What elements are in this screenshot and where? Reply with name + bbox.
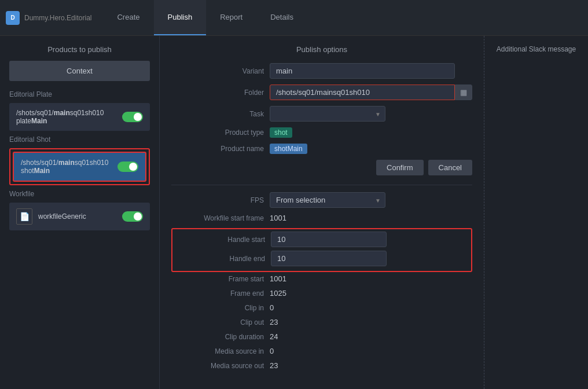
frame-end-row: Frame end 1025 [171, 289, 472, 298]
workfile-start-row: Workfile start frame 1001 [171, 214, 472, 222]
media-source-out-label: Media source out [171, 362, 264, 370]
product-type-badge: shot [270, 127, 292, 138]
media-source-out-row: Media source out 23 [171, 361, 472, 370]
product-type-label: Product type [171, 129, 264, 137]
file-icon: 📄 [16, 208, 32, 225]
handle-start-label: Handle start [172, 236, 265, 244]
app-title: Dummy.Hero.Editorial [24, 14, 91, 22]
frame-start-row: Frame start 1001 [171, 274, 472, 283]
handle-end-row: Handle end [172, 251, 471, 266]
main-content: Products to publish Context Editorial Pl… [0, 36, 588, 389]
left-panel-title: Products to publish [9, 45, 150, 54]
plate-path-prefix: /shots/sq01/ [16, 109, 54, 117]
media-source-out-value: 23 [270, 361, 455, 370]
editorial-plate-toggle[interactable] [122, 112, 143, 122]
confirm-button[interactable]: Confirm [376, 160, 424, 175]
editorial-plate-row: /shots/sq01/mainsq01sh010 plateMain [9, 103, 150, 131]
clip-out-value: 23 [270, 318, 455, 326]
divider [171, 185, 472, 185]
frame-end-value: 1025 [270, 289, 455, 298]
folder-label: Folder [171, 89, 264, 97]
topbar: D Dummy.Hero.Editorial Create Publish Re… [0, 0, 588, 36]
context-button[interactable]: Context [9, 61, 150, 81]
task-row: Task [171, 106, 472, 122]
product-name-badge: shotMain [270, 144, 307, 154]
fps-select[interactable]: From selection [270, 192, 385, 208]
workfile-start-value: 1001 [270, 214, 455, 222]
folder-browse-button[interactable]: ▦ [455, 85, 472, 100]
shot-path-bold2: Main [34, 167, 50, 175]
editorial-shot-toggle[interactable] [117, 162, 138, 172]
product-name-label: Product name [171, 145, 264, 153]
editorial-shot-path: /shots/sq01/mainsq01sh010 shotMain [21, 159, 117, 175]
plate-path-bold2: Main [31, 117, 47, 125]
clip-out-row: Clip out 23 [171, 318, 472, 326]
variant-label: Variant [171, 67, 264, 75]
editorial-plate-label: Editorial Plate [9, 90, 150, 98]
tab-details[interactable]: Details [256, 0, 307, 35]
product-type-row: Product type shot [171, 127, 472, 138]
clip-out-label: Clip out [171, 318, 264, 326]
media-source-in-row: Media source in 0 [171, 347, 472, 355]
shot-path-bold: main [58, 159, 75, 167]
tab-create[interactable]: Create [103, 0, 153, 35]
tab-publish[interactable]: Publish [154, 0, 207, 35]
frame-start-label: Frame start [171, 275, 264, 283]
nav-tabs: Create Publish Report Details [103, 0, 307, 35]
clip-in-label: Clip in [171, 304, 264, 312]
product-name-row: Product name shotMain [171, 144, 472, 154]
publish-options-title: Publish options [171, 45, 472, 54]
workfile-row: 📄 workfileGeneric [9, 203, 150, 230]
variant-row: Variant [171, 63, 472, 79]
handle-section: Handle start Handle end [171, 228, 472, 272]
shot-path-prefix: /shots/sq01/ [21, 159, 58, 167]
slack-title: Additional Slack message [490, 45, 582, 53]
workfile-filename: workfileGeneric [38, 212, 86, 221]
handle-start-row: Handle start [172, 232, 471, 247]
right-panel: Publish options Variant Folder ▦ Task [160, 36, 588, 389]
left-panel: Products to publish Context Editorial Pl… [0, 36, 160, 389]
handle-end-input[interactable] [271, 251, 387, 266]
publish-options-panel: Publish options Variant Folder ▦ Task [160, 36, 484, 389]
editorial-shot-section: /shots/sq01/mainsq01sh010 shotMain [9, 148, 150, 185]
media-source-in-value: 0 [270, 347, 455, 355]
clip-duration-value: 24 [270, 332, 455, 341]
handle-end-label: Handle end [172, 255, 265, 263]
slack-panel: Additional Slack message [484, 36, 588, 389]
frame-start-value: 1001 [270, 274, 455, 283]
clip-duration-label: Clip duration [171, 333, 264, 341]
folder-input[interactable] [270, 85, 455, 100]
workfile-label: Workfile [9, 190, 150, 198]
editorial-plate-path: /shots/sq01/mainsq01sh010 plateMain [16, 109, 122, 125]
media-source-in-label: Media source in [171, 347, 264, 355]
task-select-wrapper [270, 106, 385, 122]
clip-in-value: 0 [270, 303, 455, 312]
task-label: Task [171, 110, 264, 118]
variant-input[interactable] [270, 63, 455, 79]
tab-report[interactable]: Report [206, 0, 256, 35]
folder-row: Folder ▦ [171, 85, 472, 100]
workfile-toggle[interactable] [122, 211, 143, 222]
cancel-button[interactable]: Cancel [428, 160, 472, 175]
action-buttons: Confirm Cancel [171, 160, 472, 175]
workfile-start-label: Workfile start frame [171, 214, 264, 222]
fps-select-wrapper: From selection [270, 192, 385, 208]
fps-label: FPS [171, 196, 264, 204]
frame-end-label: Frame end [171, 289, 264, 298]
workfile-item-left: 📄 workfileGeneric [16, 208, 86, 225]
handle-start-input[interactable] [271, 232, 387, 247]
app-logo: D Dummy.Hero.Editorial [6, 11, 91, 25]
task-select[interactable] [270, 106, 385, 122]
editorial-shot-label: Editorial Shot [9, 135, 150, 144]
clip-in-row: Clip in 0 [171, 303, 472, 312]
fps-row: FPS From selection [171, 192, 472, 208]
clip-duration-row: Clip duration 24 [171, 332, 472, 341]
folder-input-group: ▦ [270, 85, 472, 100]
logo-icon: D [6, 11, 20, 25]
editorial-shot-row: /shots/sq01/mainsq01sh010 shotMain [13, 152, 146, 182]
plate-path-bold: main [54, 109, 70, 117]
